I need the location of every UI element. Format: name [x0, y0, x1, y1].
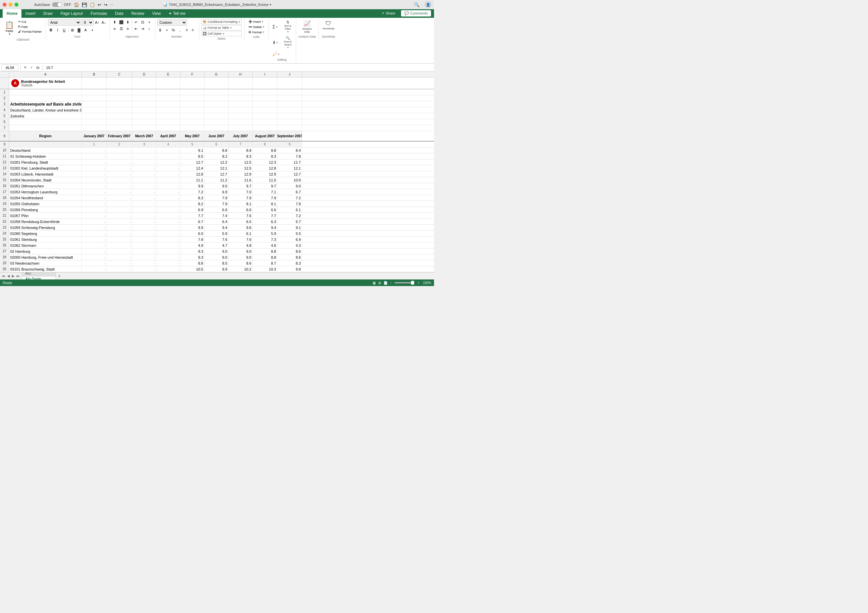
tab-last-button[interactable]: ⏭	[16, 273, 20, 278]
cell-r28-w-col-a[interactable]: 02000 Hamburg, Freie und Hansestadt	[9, 255, 82, 260]
borders-button[interactable]: ⊞	[70, 27, 76, 33]
cell-r23-w-col-j[interactable]: 9.1	[277, 225, 302, 230]
zoom-increase-button[interactable]: ＋	[417, 281, 420, 285]
cell-r30-w-col-i[interactable]: 10.3	[253, 266, 277, 272]
cell-r17-w-col-f[interactable]: 7.2	[180, 189, 205, 195]
col-may07-header[interactable]: May 2007	[180, 131, 205, 141]
cell-r29-w-col-b[interactable]: -	[82, 260, 107, 266]
cell-r27-w-col-e[interactable]: -	[156, 248, 180, 254]
cell-r23-w-col-a[interactable]: 01059 Schleswig-Flensburg	[9, 225, 82, 230]
cell-r13-w-col-g[interactable]: 12.1	[205, 165, 229, 171]
cell-r29-w-col-j[interactable]: 8.3	[277, 260, 302, 266]
cell-r26-w-col-j[interactable]: 4.3	[277, 242, 302, 248]
align-top-button[interactable]: ⬆	[112, 19, 118, 25]
clipboard-icon[interactable]: 📋	[90, 2, 95, 7]
cell-r23-w-col-h[interactable]: 9.6	[229, 225, 253, 230]
font-select[interactable]: Arial	[48, 19, 81, 26]
cell-r30-w-col-f[interactable]: 10.5	[180, 266, 205, 272]
cell-r17-w-col-d[interactable]: -	[132, 189, 156, 195]
cell-r22-w-col-a[interactable]: 01058 Rendsburg-Eckernförde	[9, 219, 82, 224]
number-format-select[interactable]: Custom General Number Currency Percentag…	[157, 19, 187, 26]
cell-r14-w-col-b[interactable]: -	[82, 171, 107, 177]
formula-input[interactable]: 10.7	[45, 64, 433, 71]
cell-r25-w-col-c[interactable]: -	[107, 237, 132, 242]
profile-avatar[interactable]: 👤	[425, 1, 431, 8]
cell-r13-w-col-f[interactable]: 12.4	[180, 165, 205, 171]
page-break-view-button[interactable]: ⊞	[378, 281, 381, 285]
cell-r14-w-col-j[interactable]: 12.7	[277, 171, 302, 177]
sheet-tab-ast[interactable]: AST	[22, 272, 56, 276]
col-header-h[interactable]: H	[229, 71, 253, 77]
cell-r11-w-col-i[interactable]: 8.3	[253, 154, 277, 159]
cell-r27-w-col-c[interactable]: -	[107, 248, 132, 254]
col-mar07-header[interactable]: March 2007	[132, 131, 156, 141]
cell-r18-w-col-d[interactable]: -	[132, 195, 156, 200]
cell-r26-w-col-g[interactable]: 4.7	[205, 242, 229, 248]
search-icon[interactable]: 🔍	[412, 1, 421, 8]
cell-r30-w-col-b[interactable]: -	[82, 266, 107, 272]
cell-r17-w-col-c[interactable]: -	[107, 189, 132, 195]
cell-r14-w-col-h[interactable]: 12.9	[229, 171, 253, 177]
currency-button[interactable]: $	[157, 27, 163, 33]
cell-r19-w-col-b[interactable]: -	[82, 201, 107, 206]
format-painter-button[interactable]: 🖌 Format Painter	[17, 29, 43, 34]
cell-r28-w-col-d[interactable]: -	[132, 255, 156, 260]
cell-r20-w-col-c[interactable]: -	[107, 207, 132, 213]
cell-r10-w-col-a[interactable]: Deutschland	[9, 147, 82, 153]
cell-r16-w-col-e[interactable]: -	[156, 183, 180, 189]
cell-r14-w-col-c[interactable]: -	[107, 171, 132, 177]
cell-r18-w-col-j[interactable]: 7.2	[277, 195, 302, 200]
percent-button[interactable]: %	[170, 27, 177, 33]
cell-r15-w-col-b[interactable]: -	[82, 177, 107, 183]
cell-r23-w-col-b[interactable]: -	[82, 225, 107, 230]
cell-r22-w-col-e[interactable]: -	[156, 219, 180, 224]
col-feb07-header[interactable]: February 2007	[107, 131, 132, 141]
cell-r10-w-col-b[interactable]: -	[82, 147, 107, 153]
cell-r12-w-col-a[interactable]: 01001 Flensburg, Stadt	[9, 159, 82, 165]
cell-r24-w-col-b[interactable]: -	[82, 231, 107, 236]
zeitreihe-cell[interactable]: Zeitreihe	[9, 113, 82, 119]
insert-cell-button[interactable]: ➕ Insert ▾	[247, 19, 266, 24]
cell-r26-w-col-e[interactable]: -	[156, 242, 180, 248]
cell-r18-w-col-a[interactable]: 01054 Nordfriesland	[9, 195, 82, 200]
cell-r25-w-col-b[interactable]: -	[82, 237, 107, 242]
cell-r11-w-col-f[interactable]: 8.5	[180, 154, 205, 159]
cut-button[interactable]: ✂ Cut	[17, 19, 43, 24]
cell-r14-w-col-f[interactable]: 12.8	[180, 171, 205, 177]
sheet-tab-alo-quote[interactable]: Alo Quote	[22, 276, 56, 280]
format-cell-button[interactable]: ⚙ Format ▾	[247, 30, 266, 35]
font-color-button[interactable]: A	[83, 27, 89, 33]
tab-insert[interactable]: Insert	[22, 9, 39, 18]
cell-r19-w-col-d[interactable]: -	[132, 201, 156, 206]
cell-r14-w-col-e[interactable]: -	[156, 171, 180, 177]
cell-r22-w-col-h[interactable]: 6.5	[229, 219, 253, 224]
cell-r27-w-col-f[interactable]: 9.3	[180, 248, 205, 254]
save-icon[interactable]: 💾	[82, 2, 87, 7]
tab-tell-me[interactable]: ✦ Tell me	[164, 9, 189, 18]
cell-r17-w-col-g[interactable]: 6.9	[205, 189, 229, 195]
tab-draw[interactable]: Draw	[39, 9, 56, 18]
cell-r27-w-col-a[interactable]: 02 Hamburg	[9, 248, 82, 254]
cell-r21-w-col-j[interactable]: 7.2	[277, 213, 302, 219]
tab-prev-button[interactable]: ◀	[6, 273, 11, 278]
cell-r16-w-col-h[interactable]: 9.7	[229, 183, 253, 189]
cell-r15-w-col-g[interactable]: 11.2	[205, 177, 229, 183]
col-header-d[interactable]: D	[132, 71, 156, 77]
title-cell[interactable]: Arbeitslosenquote auf Basis alle zivilen…	[9, 101, 82, 107]
cell-r25-w-col-a[interactable]: 01061 Steinburg	[9, 237, 82, 242]
cell-r16-w-col-d[interactable]: -	[132, 183, 156, 189]
paste-button[interactable]: 📋 Paste ▾	[3, 19, 16, 37]
cancel-formula-button[interactable]: ✕	[23, 65, 28, 70]
cell-r28-w-col-b[interactable]: -	[82, 255, 107, 260]
cell-r10-w-col-j[interactable]: 8.4	[277, 147, 302, 153]
cell-r17-w-col-j[interactable]: 6.7	[277, 189, 302, 195]
sort-filter-button[interactable]: ⇅ Sort & Filter ▾	[282, 19, 293, 34]
cell-r19-w-col-j[interactable]: 7.8	[277, 201, 302, 206]
format-table-arrow[interactable]: ▾	[230, 26, 231, 29]
align-bottom-button[interactable]: ⬇	[125, 19, 131, 25]
cell-r11-w-col-h[interactable]: 8.3	[229, 154, 253, 159]
cell-r11-w-col-j[interactable]: 7.8	[277, 154, 302, 159]
cell-r14-w-col-a[interactable]: 01003 Lübeck, Hansestadt	[9, 171, 82, 177]
cell-r25-w-col-j[interactable]: 6.9	[277, 237, 302, 242]
col-header-e[interactable]: E	[156, 71, 180, 77]
